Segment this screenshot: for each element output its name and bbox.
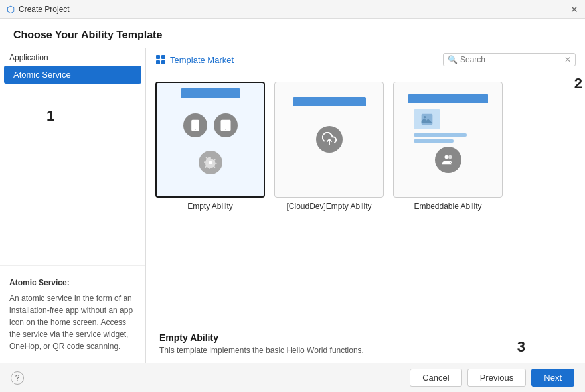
step-1-indicator: 1	[46, 107, 54, 125]
template-card-label-embeddable: Embeddable Ability	[414, 202, 481, 211]
template-card-inner-clouddev	[274, 82, 384, 198]
template-market-label: Template Market	[155, 54, 234, 65]
card-top-bar	[181, 88, 240, 98]
embed-icon-circle	[435, 147, 461, 173]
search-icon: 🔍	[448, 55, 458, 64]
step-2-indicator: 2	[574, 75, 582, 92]
card-icon-phone	[183, 113, 207, 137]
card-icons-row	[183, 113, 238, 137]
search-clear-icon[interactable]: ✕	[564, 55, 571, 64]
embed-line-2	[414, 139, 454, 143]
clouddev-top-bar	[293, 97, 366, 106]
phone-svg	[189, 119, 202, 132]
template-market-header: Template Market 🔍 ✕	[146, 48, 585, 72]
embed-top-bar	[408, 94, 488, 103]
description-title: Atomic Service:	[9, 277, 136, 289]
template-market-title: Template Market	[170, 55, 234, 65]
svg-point-12	[448, 155, 452, 159]
tablet-svg	[219, 119, 232, 132]
footer-buttons: Cancel Previous Next	[410, 369, 574, 387]
template-card-label-empty-ability: Empty Ability	[187, 202, 233, 211]
help-icon: ?	[11, 371, 24, 385]
title-bar-left: ⬡ Create Project	[7, 4, 70, 15]
card-icon-settings	[199, 151, 222, 174]
svg-point-10	[424, 116, 426, 118]
dialog-body: Choose Your Ability Template Application…	[0, 19, 585, 392]
embed-text-lines	[414, 133, 467, 143]
sidebar-description: Atomic Service: An atomic service in the…	[0, 265, 145, 363]
previous-button[interactable]: Previous	[467, 369, 527, 387]
clouddev-preview	[293, 97, 366, 183]
svg-rect-3	[161, 60, 165, 64]
template-card-clouddev[interactable]: [CloudDev]Empty Ability	[274, 82, 384, 211]
selected-template-description: This template implements the basic Hello…	[159, 346, 572, 355]
selected-template-title: Empty Ability	[159, 332, 572, 343]
sidebar-section-label: Application	[0, 48, 145, 65]
cloud-svg	[322, 132, 337, 147]
market-icon	[155, 54, 166, 65]
content-area: Template Market 🔍 ✕ 2	[146, 48, 585, 363]
title-bar: ⬡ Create Project ✕	[0, 0, 585, 19]
dialog-main: Application Atomic Service 1 Atomic Serv…	[0, 48, 585, 363]
templates-grid: 2	[146, 72, 585, 324]
svg-point-5	[195, 129, 196, 130]
embed-preview	[408, 94, 488, 186]
dialog-footer: ? Cancel Previous Next 3	[0, 363, 585, 392]
title-bar-title: Create Project	[19, 5, 70, 14]
close-button[interactable]: ✕	[570, 5, 578, 14]
help-icon-area[interactable]: ?	[11, 371, 24, 385]
template-card-inner-empty-ability	[155, 82, 265, 198]
template-card-empty-ability[interactable]: Empty Ability	[155, 82, 265, 211]
description-text: An atomic service in the form of an inst…	[9, 293, 136, 352]
settings-svg	[204, 156, 217, 169]
clouddev-icon	[316, 126, 343, 153]
step-3-indicator: 3	[517, 338, 525, 367]
svg-rect-2	[156, 60, 160, 64]
svg-point-7	[225, 129, 226, 130]
users-svg	[441, 153, 456, 167]
search-input[interactable]	[460, 55, 564, 64]
template-card-embeddable[interactable]: Embeddable Ability	[393, 82, 503, 211]
svg-rect-0	[156, 55, 160, 59]
app-icon: ⬡	[7, 4, 15, 15]
cancel-button[interactable]: Cancel	[410, 369, 461, 387]
embed-line-1	[414, 133, 467, 137]
card-preview-empty	[164, 88, 257, 191]
svg-point-11	[444, 155, 448, 159]
sidebar-item-label: Atomic Service	[13, 70, 71, 80]
search-box[interactable]: 🔍 ✕	[443, 53, 576, 66]
embed-image-placeholder	[414, 109, 440, 129]
image-svg	[420, 113, 434, 126]
sidebar-item-atomic-service[interactable]: Atomic Service	[4, 66, 141, 84]
template-card-label-clouddev: [CloudDev]Empty Ability	[286, 202, 371, 211]
template-card-inner-embeddable	[393, 82, 503, 198]
card-icon-tablet	[214, 113, 238, 137]
next-button[interactable]: Next	[531, 369, 574, 387]
sidebar: Application Atomic Service 1 Atomic Serv…	[0, 48, 146, 363]
dialog-header: Choose Your Ability Template	[0, 19, 585, 48]
svg-rect-1	[161, 55, 165, 59]
